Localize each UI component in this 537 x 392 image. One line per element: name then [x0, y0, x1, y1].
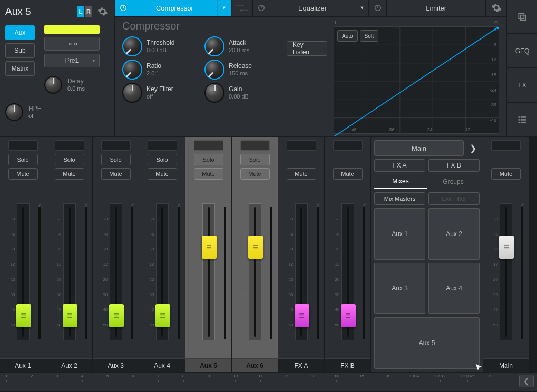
fx-swap-button[interactable] [232, 0, 252, 16]
graph-auto-button[interactable]: Auto [337, 30, 358, 42]
compressor-graph[interactable]: Auto Soft 0-6-12-18-24-36-48 -48-36-24-1… [334, 26, 499, 134]
mute-button[interactable]: Mute [240, 168, 270, 180]
mute-button[interactable]: Mute [333, 168, 363, 180]
fx-settings-gear-icon[interactable] [486, 0, 506, 16]
fader-track[interactable]: -3-6-91220304050 [17, 203, 30, 340]
strip-select-slot[interactable] [240, 140, 270, 151]
strip-select-slot[interactable] [491, 140, 521, 151]
fader-cap[interactable] [295, 304, 309, 327]
nav-next-icon[interactable]: ❯ [466, 140, 480, 156]
timeline-tick: 9 [208, 374, 210, 378]
strip-select-slot[interactable] [55, 140, 84, 151]
mix-masters-button[interactable]: Mix Masters [374, 192, 425, 205]
strip-select-slot[interactable] [333, 140, 363, 151]
fx-power-icon[interactable] [253, 0, 270, 16]
fx-dropdown-icon[interactable]: ▼ [355, 0, 368, 16]
strip-select-slot[interactable] [8, 140, 38, 151]
fx-slot-compressor[interactable]: Compressor ▼ [115, 0, 231, 16]
lr-assign[interactable]: L R [77, 6, 92, 17]
fader-cap[interactable] [499, 236, 514, 259]
fader-track[interactable]: -3-6-91220304050 [249, 203, 261, 340]
solo-button[interactable]: Solo [240, 154, 270, 165]
fader-cap[interactable] [109, 304, 124, 327]
pre-post-select[interactable]: Pre1 [44, 54, 100, 67]
rail-list-icon[interactable] [507, 103, 537, 136]
fader-track[interactable]: -3-6-91220304050 [500, 203, 512, 340]
fx-slot-equalizer[interactable]: Equalizer ▼ [253, 0, 369, 16]
exit-filter-button[interactable]: Exit Filter [428, 192, 480, 205]
fader-cap[interactable] [248, 236, 263, 259]
rail-copy-icon[interactable] [507, 0, 537, 33]
strip-select-slot[interactable] [287, 140, 316, 151]
strip-select-slot[interactable] [194, 140, 223, 151]
sub-button[interactable]: Sub [5, 43, 35, 58]
strip-select-slot[interactable] [148, 140, 177, 151]
mute-button[interactable]: Mute [101, 168, 131, 180]
keyfilter-knob[interactable] [122, 83, 142, 103]
mute-button[interactable]: Mute [148, 168, 177, 180]
svg-rect-17 [519, 13, 524, 18]
solo-button[interactable]: Solo [194, 154, 223, 165]
graph-in-label: I [335, 20, 336, 25]
mute-button[interactable]: Mute [55, 168, 84, 180]
fader-track[interactable]: -3-6-91220304050 [295, 203, 308, 340]
mute-button[interactable]: Mute [194, 168, 223, 180]
gain-knob[interactable] [204, 83, 224, 103]
solo-button[interactable]: Solo [8, 154, 38, 165]
mute-button[interactable]: Mute [8, 168, 38, 180]
matrix-button[interactable]: Matrix [5, 61, 35, 76]
main-mix-button[interactable]: Main [374, 140, 464, 156]
mute-button[interactable]: Mute [491, 168, 521, 180]
graph-soft-button[interactable]: Soft [360, 30, 379, 42]
fader-track[interactable]: -3-6-91220304050 [202, 203, 215, 340]
fader-cap[interactable] [202, 236, 217, 259]
rail-geq-button[interactable]: GEQ [507, 34, 537, 67]
aux-mix-cell[interactable]: Aux 2 [428, 208, 480, 260]
rail-fx-button[interactable]: FX [507, 68, 537, 102]
fader-track[interactable]: -3-6-91220304050 [110, 203, 122, 340]
aux-button[interactable]: Aux [5, 25, 35, 40]
fx-power-icon[interactable] [369, 0, 386, 16]
fader-track[interactable]: -3-6-91220304050 [341, 203, 354, 340]
key-listen-button[interactable]: Key Listen [287, 41, 327, 56]
aux-mix-cell[interactable]: Aux 5 [374, 317, 480, 369]
hpf-value: off [28, 113, 41, 120]
hpf-knob[interactable] [5, 103, 23, 121]
solo-button[interactable]: Solo [101, 154, 131, 165]
fader-track[interactable]: -3-6-91220304050 [63, 203, 76, 340]
fxa-button[interactable]: FX A [374, 159, 425, 172]
threshold-value: 0.00 dB [147, 47, 174, 54]
tab-mixes[interactable]: Mixes [374, 175, 427, 189]
fxb-button[interactable]: FX B [428, 159, 480, 172]
channel-strip: Mute-3-6-91220304050CFX A [278, 137, 324, 372]
mute-button[interactable]: Mute [287, 168, 316, 180]
release-knob[interactable] [204, 60, 224, 80]
stereo-link-button[interactable]: ⚬⚬ [44, 37, 100, 51]
channel-strip: SoloMute-3-6-91220304050CAux 3 [93, 137, 139, 372]
delay-knob[interactable] [44, 76, 62, 94]
threshold-knob[interactable] [122, 36, 142, 56]
solo-button[interactable]: Solo [55, 154, 84, 165]
fx-dropdown-icon[interactable]: ▼ [217, 0, 231, 16]
gain-value: 0.00 dB [229, 93, 249, 100]
aux-mix-cell[interactable]: Aux 1 [374, 208, 425, 260]
fx-power-icon[interactable] [115, 0, 132, 16]
channel-scroll-timeline[interactable]: ❮ 12345678910111213141516FX AFX BDig Ret… [0, 372, 537, 391]
fader-cap[interactable] [63, 304, 77, 327]
fader-cap[interactable] [155, 304, 170, 327]
solo-button[interactable]: Solo [148, 154, 177, 165]
ratio-knob[interactable] [122, 60, 142, 80]
svg-rect-22 [521, 119, 526, 121]
channel-settings-gear-icon[interactable] [96, 5, 109, 18]
tab-groups[interactable]: Groups [427, 175, 480, 189]
keyfilter-label: Key Filter [147, 85, 173, 93]
fader-cap[interactable] [16, 304, 31, 327]
aux-mix-cell[interactable]: Aux 4 [428, 263, 480, 315]
fader-track[interactable]: -3-6-91220304050 [156, 203, 169, 340]
strip-select-slot[interactable] [101, 140, 131, 151]
aux-mix-cell[interactable]: Aux 3 [374, 263, 425, 315]
fader-cap[interactable] [341, 304, 356, 327]
timeline-back-button[interactable]: ❮ [519, 375, 534, 387]
fx-slot-limiter[interactable]: Limiter [369, 0, 485, 16]
attack-knob[interactable] [204, 36, 224, 56]
